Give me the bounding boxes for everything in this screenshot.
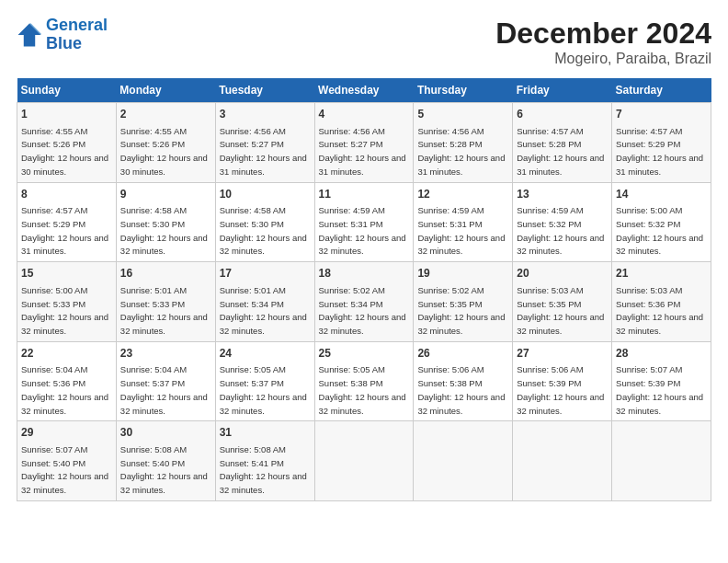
day-info: Sunrise: 4:56 AMSunset: 5:27 PMDaylight:…: [319, 126, 406, 177]
week-row-2: 8Sunrise: 4:57 AMSunset: 5:29 PMDaylight…: [17, 182, 711, 262]
day-info: Sunrise: 5:00 AMSunset: 5:33 PMDaylight:…: [21, 285, 108, 336]
dow-wednesday: Wednesday: [314, 78, 414, 103]
day-number: 6: [517, 107, 608, 122]
calendar-cell: 18Sunrise: 5:02 AMSunset: 5:34 PMDayligh…: [314, 262, 414, 342]
day-number: 31: [220, 425, 311, 441]
logo-text: General Blue: [46, 17, 108, 53]
title-block: December 2024 Mogeiro, Paraiba, Brazil: [495, 17, 711, 67]
calendar-cell: 8Sunrise: 4:57 AMSunset: 5:29 PMDaylight…: [17, 182, 117, 262]
day-info: Sunrise: 4:57 AMSunset: 5:29 PMDaylight:…: [21, 205, 108, 256]
calendar-cell: 17Sunrise: 5:01 AMSunset: 5:34 PMDayligh…: [215, 262, 314, 342]
day-info: Sunrise: 4:59 AMSunset: 5:32 PMDaylight:…: [517, 205, 604, 256]
day-number: 30: [120, 425, 211, 441]
dow-friday: Friday: [513, 78, 612, 103]
calendar-cell: 15Sunrise: 5:00 AMSunset: 5:33 PMDayligh…: [17, 262, 117, 342]
calendar-cell: 11Sunrise: 4:59 AMSunset: 5:31 PMDayligh…: [314, 182, 414, 262]
calendar-cell: [414, 421, 513, 501]
day-number: 4: [319, 107, 410, 122]
day-info: Sunrise: 5:06 AMSunset: 5:38 PMDaylight:…: [417, 364, 505, 415]
day-info: Sunrise: 4:57 AMSunset: 5:29 PMDaylight:…: [616, 126, 703, 177]
day-number: 12: [417, 187, 508, 202]
calendar-cell: 27Sunrise: 5:06 AMSunset: 5:39 PMDayligh…: [513, 341, 612, 421]
day-number: 23: [120, 346, 211, 362]
dow-sunday: Sunday: [17, 78, 117, 103]
day-info: Sunrise: 4:59 AMSunset: 5:31 PMDaylight:…: [417, 205, 505, 256]
day-number: 20: [517, 266, 608, 282]
calendar-cell: 22Sunrise: 5:04 AMSunset: 5:36 PMDayligh…: [17, 341, 117, 421]
page-container: General Blue December 2024 Mogeiro, Para…: [0, 0, 728, 511]
calendar-cell: 13Sunrise: 4:59 AMSunset: 5:32 PMDayligh…: [513, 182, 612, 262]
dow-saturday: Saturday: [612, 78, 711, 103]
day-info: Sunrise: 5:00 AMSunset: 5:32 PMDaylight:…: [616, 205, 703, 256]
day-number: 29: [21, 425, 112, 441]
day-info: Sunrise: 4:58 AMSunset: 5:30 PMDaylight:…: [120, 205, 208, 256]
day-number: 26: [417, 346, 508, 362]
calendar-cell: 2Sunrise: 4:55 AMSunset: 5:26 PMDaylight…: [116, 103, 215, 183]
svg-marker-0: [18, 23, 41, 46]
day-number: 17: [220, 266, 311, 282]
day-of-week-header: SundayMondayTuesdayWednesdayThursdayFrid…: [17, 78, 711, 103]
day-info: Sunrise: 4:55 AMSunset: 5:26 PMDaylight:…: [21, 126, 108, 177]
day-number: 15: [21, 266, 112, 282]
day-number: 28: [616, 346, 707, 362]
calendar-cell: 5Sunrise: 4:56 AMSunset: 5:28 PMDaylight…: [414, 103, 513, 183]
week-row-5: 29Sunrise: 5:07 AMSunset: 5:40 PMDayligh…: [17, 421, 711, 501]
day-info: Sunrise: 5:06 AMSunset: 5:39 PMDaylight:…: [517, 364, 604, 415]
dow-tuesday: Tuesday: [215, 78, 314, 103]
day-number: 21: [616, 266, 707, 282]
day-info: Sunrise: 4:59 AMSunset: 5:31 PMDaylight:…: [319, 205, 406, 256]
day-number: 7: [616, 107, 707, 122]
day-number: 27: [517, 346, 608, 362]
day-info: Sunrise: 4:58 AMSunset: 5:30 PMDaylight:…: [220, 205, 307, 256]
day-info: Sunrise: 5:07 AMSunset: 5:40 PMDaylight:…: [21, 444, 108, 495]
day-number: 8: [21, 187, 112, 202]
day-info: Sunrise: 5:02 AMSunset: 5:34 PMDaylight:…: [319, 285, 406, 336]
day-info: Sunrise: 5:05 AMSunset: 5:37 PMDaylight:…: [220, 364, 307, 415]
day-info: Sunrise: 5:08 AMSunset: 5:41 PMDaylight:…: [220, 444, 307, 495]
header: General Blue December 2024 Mogeiro, Para…: [17, 17, 711, 67]
calendar-cell: 16Sunrise: 5:01 AMSunset: 5:33 PMDayligh…: [116, 262, 215, 342]
day-number: 18: [319, 266, 410, 282]
day-info: Sunrise: 5:01 AMSunset: 5:34 PMDaylight:…: [220, 285, 307, 336]
calendar-cell: 4Sunrise: 4:56 AMSunset: 5:27 PMDaylight…: [314, 103, 414, 183]
day-number: 5: [417, 107, 508, 122]
calendar-cell: [513, 421, 612, 501]
month-title: December 2024: [495, 17, 711, 51]
dow-thursday: Thursday: [414, 78, 513, 103]
day-info: Sunrise: 5:04 AMSunset: 5:36 PMDaylight:…: [21, 364, 108, 415]
logo-icon: [17, 22, 42, 48]
day-number: 11: [319, 187, 410, 202]
day-info: Sunrise: 4:56 AMSunset: 5:27 PMDaylight:…: [220, 126, 307, 177]
day-number: 22: [21, 346, 112, 362]
day-number: 24: [220, 346, 311, 362]
week-row-4: 22Sunrise: 5:04 AMSunset: 5:36 PMDayligh…: [17, 341, 711, 421]
dow-monday: Monday: [116, 78, 215, 103]
day-number: 19: [417, 266, 508, 282]
day-number: 10: [220, 187, 311, 202]
calendar-cell: 29Sunrise: 5:07 AMSunset: 5:40 PMDayligh…: [17, 421, 117, 501]
logo: General Blue: [17, 17, 108, 53]
day-info: Sunrise: 5:03 AMSunset: 5:36 PMDaylight:…: [616, 285, 703, 336]
day-number: 2: [120, 107, 211, 122]
day-info: Sunrise: 5:02 AMSunset: 5:35 PMDaylight:…: [417, 285, 505, 336]
calendar-table: SundayMondayTuesdayWednesdayThursdayFrid…: [17, 78, 711, 501]
calendar-cell: 9Sunrise: 4:58 AMSunset: 5:30 PMDaylight…: [116, 182, 215, 262]
week-row-1: 1Sunrise: 4:55 AMSunset: 5:26 PMDaylight…: [17, 103, 711, 183]
day-number: 25: [319, 346, 410, 362]
calendar-cell: 23Sunrise: 5:04 AMSunset: 5:37 PMDayligh…: [116, 341, 215, 421]
calendar-cell: 12Sunrise: 4:59 AMSunset: 5:31 PMDayligh…: [414, 182, 513, 262]
calendar-cell: 25Sunrise: 5:05 AMSunset: 5:38 PMDayligh…: [314, 341, 414, 421]
day-info: Sunrise: 4:55 AMSunset: 5:26 PMDaylight:…: [120, 126, 208, 177]
logo-line1: General: [46, 16, 108, 34]
day-info: Sunrise: 5:03 AMSunset: 5:35 PMDaylight:…: [517, 285, 604, 336]
day-number: 9: [120, 187, 211, 202]
calendar-cell: 10Sunrise: 4:58 AMSunset: 5:30 PMDayligh…: [215, 182, 314, 262]
day-info: Sunrise: 4:57 AMSunset: 5:28 PMDaylight:…: [517, 126, 604, 177]
day-info: Sunrise: 5:01 AMSunset: 5:33 PMDaylight:…: [120, 285, 208, 336]
calendar-cell: 7Sunrise: 4:57 AMSunset: 5:29 PMDaylight…: [612, 103, 711, 183]
day-number: 13: [517, 187, 608, 202]
calendar-cell: 24Sunrise: 5:05 AMSunset: 5:37 PMDayligh…: [215, 341, 314, 421]
day-info: Sunrise: 4:56 AMSunset: 5:28 PMDaylight:…: [417, 126, 505, 177]
day-number: 16: [120, 266, 211, 282]
week-row-3: 15Sunrise: 5:00 AMSunset: 5:33 PMDayligh…: [17, 262, 711, 342]
